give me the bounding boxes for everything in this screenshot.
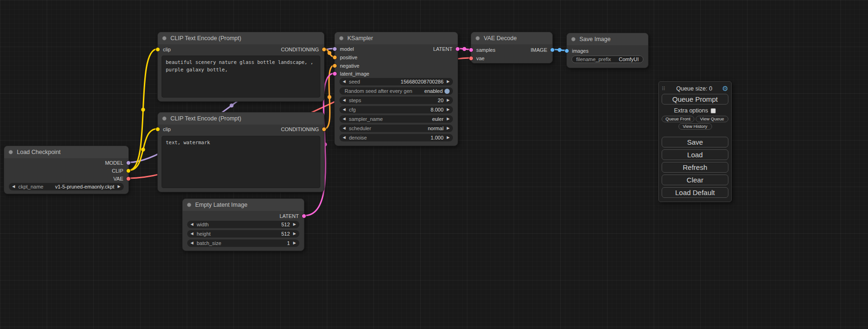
output-port-vae[interactable]: VAE <box>113 176 131 182</box>
next-arrow-icon[interactable]: ▶ <box>118 183 120 190</box>
port-dot-vae[interactable] <box>469 56 473 61</box>
node-title-bar[interactable]: VAE Decode <box>471 32 552 44</box>
queue-front-button[interactable]: Queue Front <box>662 116 694 122</box>
refresh-button[interactable]: Refresh <box>662 162 728 173</box>
node-title-bar[interactable]: Empty Latent Image <box>183 199 304 211</box>
port-dot-samples[interactable] <box>469 48 473 52</box>
output-port-conditioning[interactable]: CONDITIONING <box>281 47 326 52</box>
node-empty-latent-image[interactable]: Empty Latent Image LATENT ◀ width 512 ▶ … <box>182 198 304 251</box>
queue-prompt-button[interactable]: Queue Prompt <box>662 94 728 105</box>
increment-arrow-icon[interactable]: ▶ <box>447 106 450 113</box>
port-dot-negative[interactable] <box>332 63 337 68</box>
input-port-latent-image[interactable]: latent_image <box>332 71 369 77</box>
input-port-samples[interactable]: samples <box>469 47 495 53</box>
widget-width[interactable]: ◀ width 512 ▶ <box>187 221 299 228</box>
port-dot-clip[interactable] <box>155 127 160 132</box>
view-history-button[interactable]: View History <box>678 123 712 130</box>
widget-filename-prefix[interactable]: filename_prefix ComfyUI <box>572 56 643 63</box>
input-port-clip[interactable]: clip <box>155 47 171 52</box>
increment-arrow-icon[interactable]: ▶ <box>293 221 296 228</box>
input-port-model[interactable]: model <box>332 46 354 52</box>
node-save-image[interactable]: Save Image images filename_prefix ComfyU… <box>566 33 649 68</box>
save-button[interactable]: Save <box>662 137 728 147</box>
toggle-knob-icon[interactable] <box>445 89 450 94</box>
node-title-bar[interactable]: Save Image <box>567 33 648 45</box>
node-ksampler[interactable]: KSampler model positive negative latent_… <box>334 32 458 146</box>
decrement-arrow-icon[interactable]: ◀ <box>343 106 346 113</box>
prompt-textarea[interactable]: text, watermark <box>162 136 320 188</box>
node-clip-text-encode-negative[interactable]: CLIP Text Encode (Prompt) clip CONDITION… <box>157 112 325 192</box>
port-label: negative <box>340 63 360 69</box>
decrement-arrow-icon[interactable]: ◀ <box>191 239 193 247</box>
port-dot-images[interactable] <box>565 49 569 53</box>
widget-steps[interactable]: ◀ steps 20 ▶ <box>339 97 453 104</box>
port-dot-clip[interactable] <box>155 47 160 52</box>
widget-denoise[interactable]: ◀ denoise 1.000 ▶ <box>339 134 453 141</box>
clear-button[interactable]: Clear <box>662 175 728 185</box>
widget-height[interactable]: ◀ height 512 ▶ <box>187 230 299 238</box>
load-button[interactable]: Load <box>662 149 728 160</box>
output-port-latent[interactable]: LATENT <box>280 213 306 219</box>
input-port-images[interactable]: images <box>565 48 588 54</box>
output-port-model[interactable]: MODEL <box>105 160 131 166</box>
output-port-latent[interactable]: LATENT <box>433 46 460 52</box>
widget-cfg[interactable]: ◀ cfg 8.000 ▶ <box>339 106 453 113</box>
node-title-bar[interactable]: KSampler <box>335 32 458 44</box>
prev-arrow-icon[interactable]: ◀ <box>343 115 346 123</box>
output-port-conditioning[interactable]: CONDITIONING <box>281 126 326 132</box>
widget-random-seed-toggle[interactable]: Random seed after every gen enabled <box>339 87 453 95</box>
widget-scheduler[interactable]: ◀ scheduler normal ▶ <box>339 125 453 132</box>
settings-gear-icon[interactable]: ⚙ <box>722 84 728 93</box>
next-arrow-icon[interactable]: ▶ <box>447 115 450 123</box>
increment-arrow-icon[interactable]: ▶ <box>293 230 296 238</box>
widget-sampler-name[interactable]: ◀ sampler_name euler ▶ <box>339 115 453 123</box>
prev-arrow-icon[interactable]: ◀ <box>343 125 346 132</box>
widget-batch-size[interactable]: ◀ batch_size 1 ▶ <box>187 239 299 247</box>
increment-arrow-icon[interactable]: ▶ <box>447 97 450 104</box>
input-port-negative[interactable]: negative <box>332 63 360 69</box>
port-dot-vae[interactable] <box>126 176 131 181</box>
drag-handle-icon[interactable]: ⠿ <box>662 86 665 92</box>
port-dot-conditioning[interactable] <box>322 47 326 52</box>
port-dot-latent[interactable] <box>302 214 306 218</box>
increment-arrow-icon[interactable]: ▶ <box>447 134 450 141</box>
decrement-arrow-icon[interactable]: ◀ <box>343 97 346 104</box>
input-port-vae[interactable]: vae <box>469 56 485 61</box>
decrement-arrow-icon[interactable]: ◀ <box>191 230 193 238</box>
widget-value: ComfyUI <box>619 56 639 62</box>
port-dot-latent-image[interactable] <box>332 71 337 76</box>
port-dot-latent[interactable] <box>455 47 460 51</box>
port-dot-positive[interactable] <box>332 55 337 60</box>
node-status-dot <box>162 36 167 41</box>
input-port-positive[interactable]: positive <box>332 55 357 60</box>
port-dot-model[interactable] <box>332 47 337 51</box>
extra-options-checkbox[interactable] <box>711 108 716 113</box>
output-port-image[interactable]: IMAGE <box>531 47 555 53</box>
port-dot-image[interactable] <box>550 48 555 52</box>
decrement-arrow-icon[interactable]: ◀ <box>343 78 346 85</box>
port-dot-conditioning[interactable] <box>322 127 326 132</box>
load-default-button[interactable]: Load Default <box>662 187 728 198</box>
node-title: Empty Latent Image <box>195 202 247 208</box>
decrement-arrow-icon[interactable]: ◀ <box>191 221 193 228</box>
node-title-bar[interactable]: Load Checkpoint <box>4 146 128 158</box>
output-port-clip[interactable]: CLIP <box>112 168 131 174</box>
node-clip-text-encode-positive[interactable]: CLIP Text Encode (Prompt) clip CONDITION… <box>157 32 325 102</box>
increment-arrow-icon[interactable]: ▶ <box>293 239 296 247</box>
widget-seed[interactable]: ◀ seed 156680208700286 ▶ <box>339 78 453 85</box>
port-dot-clip[interactable] <box>126 168 131 173</box>
view-queue-button[interactable]: View Queue <box>696 116 728 122</box>
node-graph-canvas[interactable]: Load Checkpoint MODEL CLIP VAE ◀ ckpt_na… <box>0 0 868 329</box>
node-load-checkpoint[interactable]: Load Checkpoint MODEL CLIP VAE ◀ ckpt_na… <box>4 146 129 194</box>
prev-arrow-icon[interactable]: ◀ <box>12 183 15 190</box>
node-vae-decode[interactable]: VAE Decode samples vae IMAGE <box>471 32 553 63</box>
port-dot-model[interactable] <box>126 161 131 165</box>
decrement-arrow-icon[interactable]: ◀ <box>343 134 346 141</box>
node-title-bar[interactable]: CLIP Text Encode (Prompt) <box>158 32 324 44</box>
widget-ckpt-name[interactable]: ◀ ckpt_name v1-5-pruned-emaonly.ckpt ▶ <box>9 183 124 190</box>
next-arrow-icon[interactable]: ▶ <box>447 125 450 132</box>
input-port-clip[interactable]: clip <box>155 126 171 132</box>
node-title-bar[interactable]: CLIP Text Encode (Prompt) <box>158 112 324 125</box>
prompt-textarea[interactable]: beautiful scenery nature glass bottle la… <box>162 56 320 98</box>
increment-arrow-icon[interactable]: ▶ <box>447 78 450 85</box>
